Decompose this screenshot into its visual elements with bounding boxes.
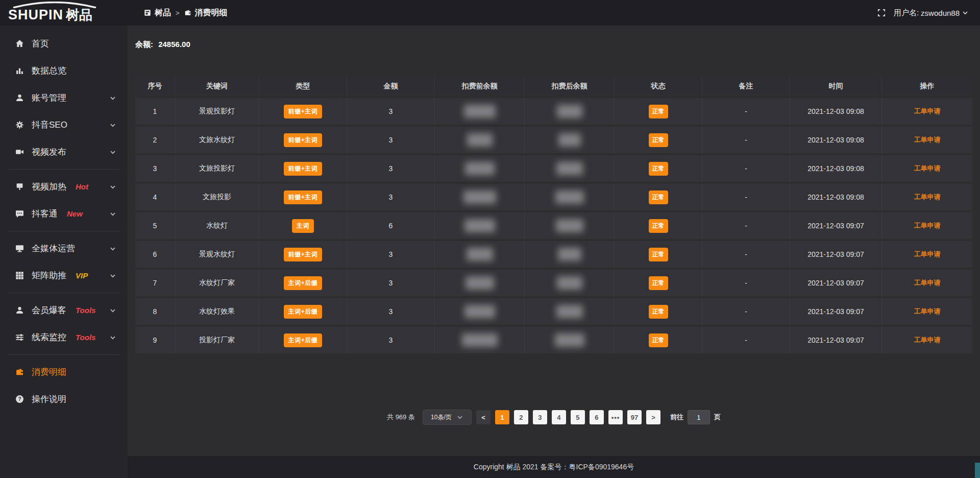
page-button-6[interactable]: 6 [590,410,604,424]
balance-label: 余额: [135,40,153,49]
cell-index: 6 [135,241,175,268]
topbar-right: 用户名: zswodun88 [877,8,980,18]
type-badge: 前缀+主词 [284,133,323,147]
work-order-link[interactable]: 工单申请 [914,250,941,259]
page-button-1[interactable]: 1 [495,410,509,424]
cell-index: 9 [135,327,175,353]
cell-balance-after [525,327,615,353]
breadcrumb-root-label: 树品 [155,8,171,18]
page-button-5[interactable]: 5 [571,410,585,424]
cell-index: 7 [135,270,175,296]
cell-amount: 3 [347,184,435,210]
table-body: 1景观投影灯前缀+主词3正常-2021-12-03 09:08工单申请2文旅水纹… [135,98,972,353]
work-order-link[interactable]: 工单申请 [914,336,941,345]
monitor-icon [15,244,24,253]
status-badge: 正常 [649,133,668,147]
status-badge: 正常 [649,305,668,319]
sidebar-item-video-heat[interactable]: 视频加热Hot [0,173,128,200]
work-order-link[interactable]: 工单申请 [914,193,941,202]
cell-action: 工单申请 [882,241,972,268]
status-badge: 正常 [649,276,668,290]
status-badge: 正常 [649,333,668,347]
table-row: 1景观投影灯前缀+主词3正常-2021-12-03 09:08工单申请 [135,98,972,125]
cell-type: 前缀+主词 [259,184,347,210]
goto-suffix: 页 [714,413,721,422]
fullscreen-icon[interactable] [877,9,886,17]
cell-action: 工单申请 [882,184,972,210]
sidebar-item-matrix-boost[interactable]: 矩阵助推VIP [0,262,128,289]
cell-type: 主词 [259,212,347,239]
table-row: 2文旅水纹灯前缀+主词3正常-2021-12-03 09:08工单申请 [135,127,972,153]
next-page-button[interactable]: > [646,410,660,424]
masked-value [556,162,583,175]
sidebar-item-consume-detail[interactable]: 消费明细 [0,358,128,386]
page-size-select[interactable]: 10条/页 [423,410,472,425]
cell-type: 前缀+主词 [259,98,347,125]
masked-value [558,248,581,261]
sidebar-item-label: 数据总览 [32,65,66,77]
sidebar-item-media-operation[interactable]: 全媒体运营 [0,235,128,262]
cell-amount: 3 [347,298,435,325]
page-button-2[interactable]: 2 [514,410,528,424]
column-header-2: 关键词 [175,77,259,96]
work-order-link[interactable]: 工单申请 [914,307,941,316]
cell-keyword: 水纹灯 [175,212,259,239]
cell-status: 正常 [615,212,702,239]
breadcrumb-current[interactable]: 消费明细 [184,8,228,18]
breadcrumb-root[interactable]: 树品 [144,8,171,18]
cell-time: 2021-12-03 09:07 [790,241,882,268]
sidebar-item-account-manage[interactable]: 账号管理 [0,84,128,111]
consumption-table: 序号关键词类型金额扣费前余额扣费后余额状态备注时间操作1景观投影灯前缀+主词3正… [135,77,972,355]
cell-action: 工单申请 [882,155,972,182]
sidebar-item-label: 操作说明 [32,393,66,405]
user-menu[interactable]: 用户名: zswodun88 [894,8,969,18]
column-header-10: 操作 [882,77,972,96]
status-badge: 正常 [649,162,668,176]
cell-balance-before [435,327,525,353]
sidebar-item-video-publish[interactable]: 视频发布 [0,138,128,165]
masked-value [464,219,495,232]
work-order-link[interactable]: 工单申请 [914,135,941,145]
cell-status: 正常 [615,127,702,153]
breadcrumb-separator: > [176,9,180,17]
type-badge: 主词+后缀 [284,333,323,347]
sidebar-item-douyin-seo[interactable]: 抖音SEO [0,111,128,138]
cell-amount: 3 [347,127,435,153]
sidebar-item-tag: Hot [76,182,88,191]
sidebar-item-data-overview[interactable]: 数据总览 [0,57,128,84]
page-button-4[interactable]: 4 [552,410,566,424]
cell-amount: 3 [347,98,435,125]
work-order-link[interactable]: 工单申请 [914,278,941,288]
sidebar-item-clue-monitor[interactable]: 线索监控Tools [0,324,128,351]
prev-page-button[interactable]: < [476,410,491,424]
svg-text:?: ? [18,396,21,402]
page-button-3[interactable]: 3 [533,410,547,424]
cell-balance-before [435,155,525,182]
cell-balance-before [435,127,525,153]
masked-value [464,305,495,318]
pagination-ellipsis[interactable]: ••• [608,410,623,424]
work-order-link[interactable]: 工单申请 [914,164,941,173]
sidebar-item-help[interactable]: ?操作说明 [0,386,128,413]
sidebar-item-home[interactable]: 首页 [0,30,128,57]
cell-index: 3 [135,155,175,182]
chevron-down-icon [109,183,116,190]
masked-value [556,219,583,232]
sidebar-item-douketong[interactable]: 抖客通New [0,200,128,227]
cell-keyword: 投影灯厂家 [175,327,259,353]
work-order-link[interactable]: 工单申请 [914,107,941,116]
scroll-indicator[interactable] [975,463,980,478]
work-order-link[interactable]: 工单申请 [914,221,941,230]
cell-action: 工单申请 [882,212,972,239]
cell-status: 正常 [615,270,702,296]
goto-page-input[interactable] [688,410,710,424]
sidebar-item-label: 矩阵助推 [32,270,66,281]
cell-action: 工单申请 [882,270,972,296]
sidebar-item-label: 抖客通 [32,208,58,220]
page-button-97[interactable]: 97 [627,410,642,424]
video-camera-icon [15,148,24,156]
status-badge: 正常 [649,248,668,261]
sidebar-item-member-burst[interactable]: 会员爆客Tools [0,297,128,324]
username-value: zswodun88 [921,9,960,17]
sidebar-item-label: 全媒体运营 [32,243,75,254]
